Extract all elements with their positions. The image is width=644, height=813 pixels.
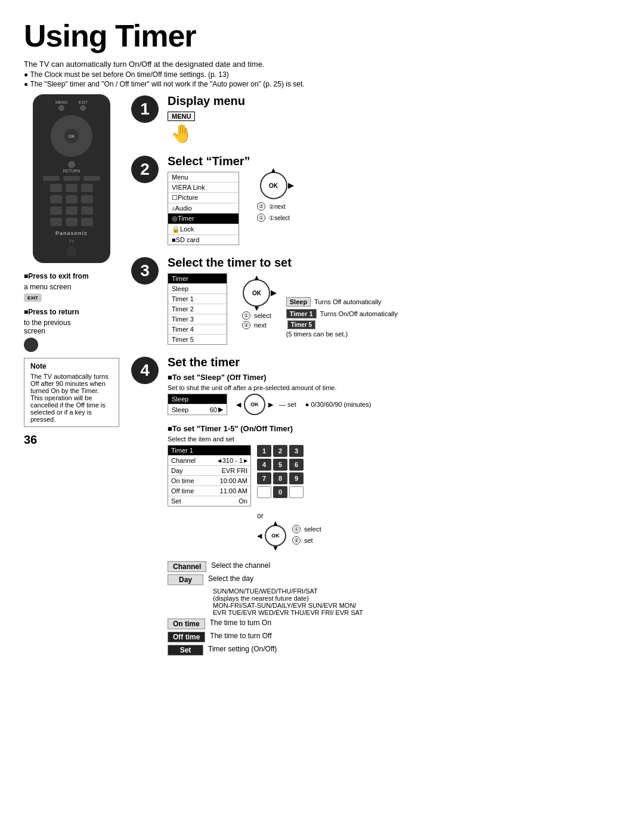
menu-item-menu[interactable]: Menu [168, 172, 239, 183]
timer1-ok-btn[interactable]: ▲ ▼ OK [265, 525, 286, 546]
timer-row-timer5[interactable]: Timer 5 [168, 335, 227, 344]
key-6[interactable]: 6 [289, 459, 304, 471]
menu-item-lock[interactable]: 🔒Lock [168, 224, 239, 235]
step3-ok-circle[interactable]: ▲ ▶ ▼ OK [243, 279, 270, 307]
menu-item-viera[interactable]: VIERA Link [168, 183, 239, 193]
step-4-content: Set the timer ■To set "Sleep" (Off Timer… [168, 356, 620, 658]
nav-circle[interactable]: OK [51, 115, 92, 157]
t1-header: Timer 1 [171, 447, 193, 454]
set-label: — set [279, 401, 296, 408]
timer-row-sleep[interactable]: Sleep [168, 284, 227, 294]
menu-item-audio[interactable]: ♪Audio [168, 203, 239, 214]
step3-annotations: ① select ② next [242, 311, 271, 330]
ontime-desc: The time to turn On [210, 619, 271, 627]
up-arr-t1: ▲ [272, 519, 279, 527]
key-1[interactable]: 1 [257, 445, 271, 457]
c2: ② [242, 321, 250, 329]
return-btn-remote[interactable] [68, 161, 75, 168]
day-desc: Select the day [208, 574, 253, 583]
step-3-block: 3 Select the timer to set Timer Sleep Ti… [131, 256, 620, 345]
menu-item-sdcard[interactable]: ■SD card [168, 235, 239, 245]
sleep-row-value[interactable]: Sleep 60 ▶ [168, 404, 227, 415]
timer1-ontime-row[interactable]: On time 10:00 AM [168, 476, 250, 486]
btn-m6[interactable] [81, 195, 93, 203]
info-channel: Channel Select the channel [168, 561, 620, 572]
timer1-right: 1 2 3 4 5 6 7 8 9 [257, 445, 321, 546]
note-title: Note [30, 362, 113, 370]
step3-ok-area: ▲ ▶ ▼ OK ① select ② nex [236, 279, 271, 330]
menu-hand-area: MENU 🤚 [168, 112, 195, 144]
sleep-value-area: 60 ▶ [210, 406, 223, 413]
step-2-title: Select “Timer” [168, 154, 620, 168]
timer1-area: Timer 1 Channel ◀ 310 - 1 ▶ [168, 445, 620, 546]
step-2-number: 2 [131, 156, 159, 183]
btn-m10[interactable] [50, 218, 62, 226]
timer-row-timer4[interactable]: Timer 4 [168, 324, 227, 335]
down-arrow-3: ▼ [253, 304, 260, 313]
ok-center[interactable]: OK [64, 129, 79, 143]
press-return-section: ■Press to return to the previous screen [24, 308, 119, 352]
right-arrow: ▶ [288, 181, 293, 190]
c1-t1: ① [292, 525, 301, 533]
page-number: 36 [24, 433, 119, 447]
btn-m3[interactable] [81, 184, 93, 192]
btn-m4[interactable] [50, 195, 62, 203]
key-9[interactable]: 9 [289, 472, 304, 484]
btn-m11[interactable] [66, 218, 78, 226]
key-3[interactable]: 3 [289, 445, 304, 457]
menu-btn[interactable] [58, 105, 64, 111]
exit-label-remote: EXIT [79, 100, 88, 104]
power-btn[interactable] [66, 246, 77, 257]
key-empty1 [257, 486, 271, 498]
btn-row-4 [38, 206, 106, 215]
t1-ch-label: Channel [171, 457, 196, 464]
timer-row-timer2[interactable]: Timer 2 [168, 304, 227, 314]
ok-annots: ① select ② set [292, 525, 321, 546]
sleep-ok-btn[interactable]: OK [244, 394, 265, 415]
info-offtime: Off time The time to turn Off [168, 632, 620, 642]
bullet-2: The "Sleep" timer and "On / Off timer" w… [24, 80, 620, 88]
press-return-sub: to the previous [24, 319, 119, 327]
btn-m2[interactable] [66, 184, 78, 192]
remote-column: MENU EXIT OK RETURN [24, 94, 119, 669]
timer1-header-row[interactable]: Timer 1 [168, 446, 250, 456]
timer1-day-row[interactable]: Day EVR FRI [168, 466, 250, 476]
btn-m9[interactable] [81, 206, 93, 215]
menu-item-timer[interactable]: ◎Timer [168, 214, 239, 224]
t1-set-val: On [239, 497, 247, 505]
exit-btn-remote[interactable] [80, 105, 86, 111]
step-3-number: 3 [131, 257, 159, 285]
timer1-channel-row[interactable]: Channel ◀ 310 - 1 ▶ [168, 456, 250, 466]
btn-s3[interactable] [83, 176, 100, 181]
btn-m12[interactable] [81, 218, 93, 226]
btn-s2[interactable] [63, 176, 80, 181]
timer-row-timer1[interactable]: Timer 1 [168, 294, 227, 304]
btn-s1[interactable] [43, 176, 60, 181]
timer-row-timer[interactable]: Timer [168, 274, 227, 284]
btn-m1[interactable] [50, 184, 62, 192]
btn-m7[interactable] [50, 206, 62, 215]
timer1-set-row[interactable]: Set On [168, 496, 250, 506]
sleep-desc-text: Turns Off automatically [314, 298, 382, 305]
offtime-desc: The time to turn Off [210, 632, 271, 640]
step2-ok-circle[interactable]: ▲ ▶ OK [260, 172, 287, 199]
timer1-offtime-row[interactable]: Off time 11:00 AM [168, 486, 250, 496]
btn-m8[interactable] [66, 206, 78, 215]
key-8[interactable]: 8 [273, 472, 287, 484]
key-5[interactable]: 5 [273, 459, 287, 471]
btn-m5[interactable] [66, 195, 78, 203]
key-0[interactable]: 0 [273, 486, 287, 498]
next-label: ②next [269, 203, 286, 210]
sleep-row-label: Sleep [172, 406, 188, 413]
menu-item-picture[interactable]: ☐Picture [168, 193, 239, 203]
key-7[interactable]: 7 [257, 472, 271, 484]
t1-set-label: Set [171, 497, 181, 505]
key-2[interactable]: 2 [273, 445, 287, 457]
timer1-tag: Timer 1 [286, 309, 317, 319]
sleep-value: 60 [210, 406, 217, 413]
timer-row-timer3[interactable]: Timer 3 [168, 314, 227, 324]
sleep-row-header[interactable]: Sleep [168, 394, 227, 404]
menu-button-label[interactable]: MENU [168, 112, 195, 121]
sleep-sub-desc: Set to shut the unit off after a pre-sel… [168, 384, 620, 391]
key-4[interactable]: 4 [257, 459, 271, 471]
